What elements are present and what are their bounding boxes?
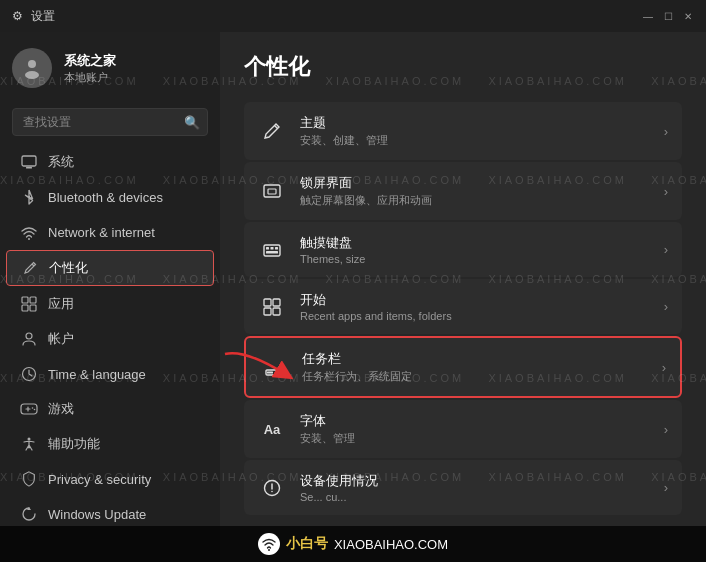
- fonts-icon: Aa: [258, 415, 286, 443]
- title-bar: ⚙ 设置 — ☐ ✕: [0, 0, 706, 32]
- svg-rect-17: [264, 245, 280, 256]
- touchpad-name: 触摸键盘: [300, 234, 650, 252]
- svg-rect-3: [26, 167, 32, 169]
- content-area: 个性化 主题 安装、创建、管理 ›: [220, 32, 706, 562]
- apps-icon: [20, 295, 38, 313]
- touchpad-text: 触摸键盘 Themes, size: [300, 234, 650, 265]
- start-desc: Recent apps and items, folders: [300, 310, 650, 322]
- start-icon: [258, 293, 286, 321]
- svg-rect-8: [30, 305, 36, 311]
- device-usage-text: 设备使用情况 Se... cu...: [300, 472, 650, 503]
- fonts-desc: 安装、管理: [300, 431, 650, 446]
- start-arrow: ›: [664, 299, 668, 314]
- sidebar-item-accessibility[interactable]: 辅助功能: [6, 427, 214, 461]
- settings-item-lockscreen[interactable]: 锁屏界面 触定屏幕图像、应用和动画 ›: [244, 162, 682, 220]
- sidebar-label-network: Network & internet: [48, 225, 200, 240]
- sidebar-item-system[interactable]: 系统: [6, 145, 214, 179]
- title-bar-controls[interactable]: — ☐ ✕: [642, 10, 694, 22]
- search-box[interactable]: 🔍: [12, 108, 208, 136]
- svg-point-29: [271, 490, 273, 492]
- personalization-icon: [21, 259, 39, 277]
- svg-rect-20: [275, 247, 278, 250]
- close-button[interactable]: ✕: [682, 10, 694, 22]
- svg-point-0: [28, 60, 36, 68]
- settings-item-taskbar[interactable]: 任务栏 任务栏行为、系统固定 ›: [244, 336, 682, 398]
- user-info: 系统之家 本地账户: [64, 52, 116, 85]
- themes-desc: 安装、创建、管理: [300, 133, 650, 148]
- settings-item-device-usage[interactable]: 设备使用情况 Se... cu... ›: [244, 460, 682, 515]
- device-usage-icon: [258, 474, 286, 502]
- svg-point-1: [25, 71, 39, 79]
- taskbar-arrow: ›: [662, 360, 666, 375]
- svg-rect-23: [273, 299, 280, 306]
- themes-icon: [258, 117, 286, 145]
- sidebar-label-apps: 应用: [48, 295, 200, 313]
- nav-list: 系统 Bluetooth & devices: [0, 144, 220, 562]
- settings-item-fonts[interactable]: Aa 字体 安装、管理 ›: [244, 400, 682, 458]
- lockscreen-name: 锁屏界面: [300, 174, 650, 192]
- wifi-icon: [258, 533, 280, 555]
- main-layout: 系统之家 本地账户 🔍 系统: [0, 32, 706, 562]
- settings-item-themes[interactable]: 主题 安装、创建、管理 ›: [244, 102, 682, 160]
- settings-icon-title: ⚙: [12, 9, 23, 23]
- svg-rect-22: [264, 299, 271, 306]
- sidebar-label-privacy: Privacy & security: [48, 472, 200, 487]
- svg-rect-21: [266, 251, 278, 254]
- sidebar-item-apps[interactable]: 应用: [6, 287, 214, 321]
- taskbar-name: 任务栏: [302, 350, 648, 368]
- sidebar-item-gaming[interactable]: 游戏: [6, 392, 214, 426]
- device-usage-arrow: ›: [664, 480, 668, 495]
- svg-rect-27: [267, 372, 273, 374]
- lockscreen-icon: [258, 177, 286, 205]
- taskbar-icon: [260, 353, 288, 381]
- search-input[interactable]: [12, 108, 208, 136]
- user-profile[interactable]: 系统之家 本地账户: [0, 32, 220, 104]
- svg-rect-18: [266, 247, 269, 250]
- maximize-button[interactable]: ☐: [662, 10, 674, 22]
- minimize-button[interactable]: —: [642, 10, 654, 22]
- search-icon: 🔍: [184, 115, 200, 130]
- touchpad-arrow: ›: [664, 242, 668, 257]
- title-bar-left: ⚙ 设置: [12, 8, 55, 25]
- svg-point-14: [28, 438, 31, 441]
- lockscreen-desc: 触定屏幕图像、应用和动画: [300, 193, 650, 208]
- sidebar-label-accessibility: 辅助功能: [48, 435, 200, 453]
- sidebar-item-accounts[interactable]: 帐户: [6, 322, 214, 356]
- privacy-icon: [20, 470, 38, 488]
- bottom-bar: 小白号 XIAOBAIHAO.COM: [0, 526, 706, 562]
- svg-rect-19: [271, 247, 274, 250]
- network-icon: [20, 223, 38, 241]
- title-bar-text: 设置: [31, 8, 55, 25]
- user-name: 系统之家: [64, 52, 116, 70]
- sidebar-item-network[interactable]: Network & internet: [6, 215, 214, 249]
- svg-rect-24: [264, 308, 271, 315]
- svg-point-9: [26, 333, 32, 339]
- fonts-text: 字体 安装、管理: [300, 412, 650, 446]
- svg-rect-2: [22, 156, 36, 166]
- themes-arrow: ›: [664, 124, 668, 139]
- sidebar-item-bluetooth[interactable]: Bluetooth & devices: [6, 180, 214, 214]
- svg-point-12: [32, 407, 34, 409]
- touchpad-desc: Themes, size: [300, 253, 650, 265]
- sidebar-item-privacy[interactable]: Privacy & security: [6, 462, 214, 496]
- sidebar-item-time[interactable]: Time & language: [6, 357, 214, 391]
- accessibility-icon: [20, 435, 38, 453]
- sidebar-label-personalization: 个性化: [49, 259, 199, 277]
- svg-point-4: [28, 238, 30, 240]
- lockscreen-arrow: ›: [664, 184, 668, 199]
- sidebar-item-personalization[interactable]: 个性化: [6, 250, 214, 286]
- page-title: 个性化: [244, 52, 682, 82]
- device-usage-desc: Se... cu...: [300, 491, 650, 503]
- bottom-bar-sublabel: XIAOBAIHAO.COM: [334, 537, 448, 552]
- taskbar-desc: 任务栏行为、系统固定: [302, 369, 648, 384]
- sidebar-label-bluetooth: Bluetooth & devices: [48, 190, 200, 205]
- svg-rect-25: [273, 308, 280, 315]
- svg-rect-7: [22, 305, 28, 311]
- fonts-arrow: ›: [664, 422, 668, 437]
- settings-list: 主题 安装、创建、管理 › 锁屏界面 触定屏幕图像、应用和动画 ›: [244, 102, 682, 515]
- sidebar-label-windows-update: Windows Update: [48, 507, 200, 522]
- themes-name: 主题: [300, 114, 650, 132]
- settings-item-touchpad[interactable]: 触摸键盘 Themes, size ›: [244, 222, 682, 277]
- settings-item-start[interactable]: 开始 Recent apps and items, folders ›: [244, 279, 682, 334]
- user-subtitle: 本地账户: [64, 70, 116, 85]
